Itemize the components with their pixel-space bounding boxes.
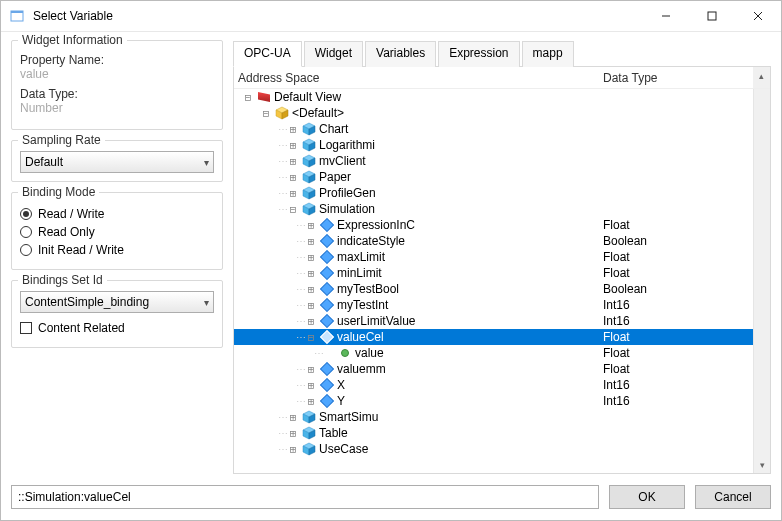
tree-type: Float	[603, 266, 753, 280]
scroll-up-icon[interactable]: ▴	[753, 67, 770, 84]
tree-label: Y	[337, 394, 345, 408]
expand-icon[interactable]: ⊞	[305, 395, 317, 408]
tree-row[interactable]: ⋯⊞UseCase	[234, 441, 753, 457]
radio-init-read-write[interactable]: Init Read / Write	[20, 243, 214, 257]
expand-icon[interactable]: ⊞	[287, 427, 299, 440]
tree-row[interactable]: ⋯⊞minLimitFloat	[234, 265, 753, 281]
tree-row[interactable]: ⋯⊞ExpressionInCFloat	[234, 217, 753, 233]
tab-mapp[interactable]: mapp	[522, 41, 574, 67]
expand-icon[interactable]: ⊞	[287, 155, 299, 168]
radio-read-write[interactable]: Read / Write	[20, 207, 214, 221]
cancel-button[interactable]: Cancel	[695, 485, 771, 509]
expand-icon[interactable]: ⊞	[305, 299, 317, 312]
tree-row[interactable]: ⋯⊞userLimitValueInt16	[234, 313, 753, 329]
tree-row[interactable]: ⊟Default View	[234, 89, 753, 105]
expand-icon[interactable]: ⊞	[305, 267, 317, 280]
tree-guide: ⋯	[296, 316, 305, 327]
expand-icon[interactable]: ⊞	[305, 379, 317, 392]
chevron-down-icon: ▾	[204, 297, 209, 308]
expand-icon[interactable]: ⊞	[287, 139, 299, 152]
expand-icon[interactable]: ⊞	[287, 171, 299, 184]
sampling-rate-combo[interactable]: Default ▾	[20, 151, 214, 173]
tree-row[interactable]: ⋯⊟Simulation	[234, 201, 753, 217]
collapse-icon[interactable]: ⊟	[242, 91, 254, 104]
tree-label: Table	[319, 426, 348, 440]
tree-row[interactable]: ⋯⊞YInt16	[234, 393, 753, 409]
tree-row[interactable]: ⊟<Default>	[234, 105, 753, 121]
collapse-icon[interactable]: ⊟	[260, 107, 272, 120]
collapse-icon[interactable]: ⊟	[287, 203, 299, 216]
tree-label: ExpressionInC	[337, 218, 415, 232]
tree-label: ProfileGen	[319, 186, 376, 200]
variable-icon	[320, 362, 334, 376]
left-panel: Widget Information Property Name: value …	[11, 40, 223, 474]
tree-guide: ⋯	[278, 444, 287, 455]
collapse-icon[interactable]: ⊟	[305, 331, 317, 344]
scrollbar[interactable]: ▾	[753, 89, 770, 473]
tree-row[interactable]: ⋯⊞ProfileGen	[234, 185, 753, 201]
radio-read-only[interactable]: Read Only	[20, 225, 214, 239]
tree-row[interactable]: ⋯⊞indicateStyleBoolean	[234, 233, 753, 249]
expand-icon[interactable]: ⊞	[305, 315, 317, 328]
dialog-window: Select Variable Widget Information Prope…	[0, 0, 782, 521]
minimize-button[interactable]	[643, 1, 689, 31]
scroll-down-icon[interactable]: ▾	[754, 456, 770, 473]
close-button[interactable]	[735, 1, 781, 31]
tree-label: valuemm	[337, 362, 386, 376]
tab-variables[interactable]: Variables	[365, 41, 436, 67]
tree-guide: ⋯	[296, 268, 305, 279]
tab-expression[interactable]: Expression	[438, 41, 519, 67]
expand-icon[interactable]: ⊞	[305, 219, 317, 232]
tab-opc-ua[interactable]: OPC-UA	[233, 41, 302, 67]
expand-icon[interactable]: ⊞	[287, 443, 299, 456]
tree-row[interactable]: ⋯⊞mvClient	[234, 153, 753, 169]
titlebar[interactable]: Select Variable	[1, 1, 781, 32]
tab-bar: OPC-UA Widget Variables Expression mapp	[233, 40, 771, 66]
expand-icon[interactable]: ⊞	[305, 251, 317, 264]
tree-guide: ⋯	[296, 300, 305, 311]
tree-row[interactable]: ⋯⊞Logarithmi	[234, 137, 753, 153]
object-icon	[302, 186, 316, 200]
checkbox-label: Content Related	[38, 321, 125, 335]
tree-guide: ⋯	[296, 284, 305, 295]
bindings-set-group: Bindings Set Id ContentSimple_binding ▾ …	[11, 280, 223, 348]
tree-view[interactable]: ⊟Default View⊟<Default>⋯⊞Chart⋯⊞Logarith…	[234, 89, 753, 473]
maximize-button[interactable]	[689, 1, 735, 31]
radio-icon	[20, 226, 32, 238]
col-data-type[interactable]: Data Type	[603, 71, 753, 85]
tree-row[interactable]: ⋯⊞maxLimitFloat	[234, 249, 753, 265]
tree-row[interactable]: ⋯⊞myTestBoolBoolean	[234, 281, 753, 297]
expand-icon[interactable]: ⊞	[305, 235, 317, 248]
expand-icon[interactable]: ⊞	[287, 123, 299, 136]
expand-icon[interactable]: ⊞	[287, 187, 299, 200]
tree-row[interactable]: ⋯⊞Chart	[234, 121, 753, 137]
expand-icon[interactable]: ⊞	[305, 283, 317, 296]
tree-label: Chart	[319, 122, 348, 136]
path-input[interactable]	[11, 485, 599, 509]
tree-row[interactable]: ⋯⊞XInt16	[234, 377, 753, 393]
tree-row[interactable]: ⋯⊟valueCelFloat	[234, 329, 753, 345]
object-icon	[302, 442, 316, 456]
tree-row[interactable]: ⋯ valueFloat	[234, 345, 753, 361]
tree-label: Default View	[274, 90, 341, 104]
tab-widget[interactable]: Widget	[304, 41, 363, 67]
tree-row[interactable]: ⋯⊞valuemmFloat	[234, 361, 753, 377]
bindings-set-combo[interactable]: ContentSimple_binding ▾	[20, 291, 214, 313]
expand-icon[interactable]: ⊞	[305, 363, 317, 376]
tree-row[interactable]: ⋯⊞SmartSimu	[234, 409, 753, 425]
col-address-space[interactable]: Address Space	[234, 71, 603, 85]
ok-button[interactable]: OK	[609, 485, 685, 509]
object-icon	[302, 410, 316, 424]
tree-row[interactable]: ⋯⊞Paper	[234, 169, 753, 185]
tree-type: Float	[603, 362, 753, 376]
content-related-checkbox[interactable]: Content Related	[20, 321, 214, 335]
checkbox-icon	[20, 322, 32, 334]
tree-guide: ⋯	[278, 428, 287, 439]
tree-row[interactable]: ⋯⊞myTestIntInt16	[234, 297, 753, 313]
tree-row[interactable]: ⋯⊞Table	[234, 425, 753, 441]
sampling-rate-value: Default	[25, 155, 63, 169]
object-icon	[302, 138, 316, 152]
tree-type: Boolean	[603, 234, 753, 248]
expand-icon[interactable]: ⊞	[287, 411, 299, 424]
svg-rect-1	[11, 11, 23, 13]
